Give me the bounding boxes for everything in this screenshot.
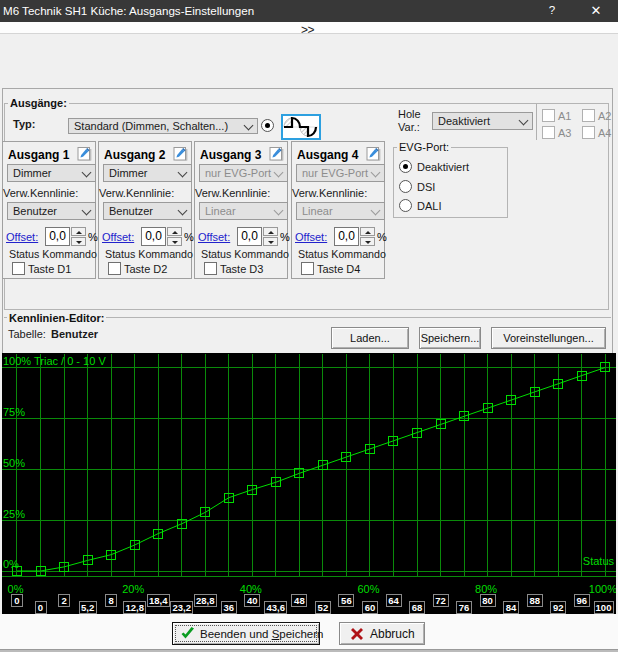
- svg-text:25%: 25%: [3, 508, 25, 520]
- svg-text:40: 40: [247, 595, 258, 606]
- svg-text:0%: 0%: [3, 558, 19, 570]
- svg-text:18,4: 18,4: [149, 595, 168, 606]
- svg-text:48: 48: [294, 595, 305, 606]
- svg-text:96: 96: [576, 595, 587, 606]
- svg-text:52: 52: [318, 602, 329, 613]
- svg-text:75%: 75%: [3, 406, 25, 418]
- svg-text:100% Triac / 0 - 10 V: 100% Triac / 0 - 10 V: [3, 355, 106, 367]
- svg-text:76: 76: [459, 602, 470, 613]
- svg-text:2: 2: [61, 595, 66, 606]
- svg-text:0%: 0%: [8, 583, 24, 595]
- svg-text:40%: 40%: [240, 583, 262, 595]
- svg-text:0: 0: [38, 602, 43, 613]
- svg-text:0: 0: [14, 595, 19, 606]
- svg-text:20%: 20%: [122, 583, 144, 595]
- svg-text:56: 56: [341, 595, 352, 606]
- svg-text:8: 8: [108, 595, 113, 606]
- svg-text:80: 80: [482, 595, 493, 606]
- svg-text:88: 88: [529, 595, 540, 606]
- svg-text:Status: Status: [583, 555, 615, 567]
- svg-text:80%: 80%: [475, 583, 497, 595]
- svg-text:64: 64: [388, 595, 399, 606]
- svg-text:43,6: 43,6: [267, 602, 286, 613]
- svg-text:5,2: 5,2: [81, 602, 94, 613]
- svg-text:36: 36: [224, 602, 235, 613]
- svg-text:23,2: 23,2: [172, 602, 191, 613]
- svg-text:12,8: 12,8: [125, 602, 144, 613]
- svg-text:92: 92: [553, 602, 564, 613]
- svg-text:100%: 100%: [589, 583, 616, 595]
- svg-text:50%: 50%: [3, 457, 25, 469]
- svg-text:60: 60: [365, 602, 376, 613]
- svg-text:84: 84: [506, 602, 517, 613]
- svg-text:68: 68: [412, 602, 423, 613]
- svg-text:72: 72: [435, 595, 446, 606]
- svg-text:28,8: 28,8: [196, 595, 215, 606]
- svg-text:100: 100: [596, 602, 612, 613]
- svg-text:60%: 60%: [357, 583, 379, 595]
